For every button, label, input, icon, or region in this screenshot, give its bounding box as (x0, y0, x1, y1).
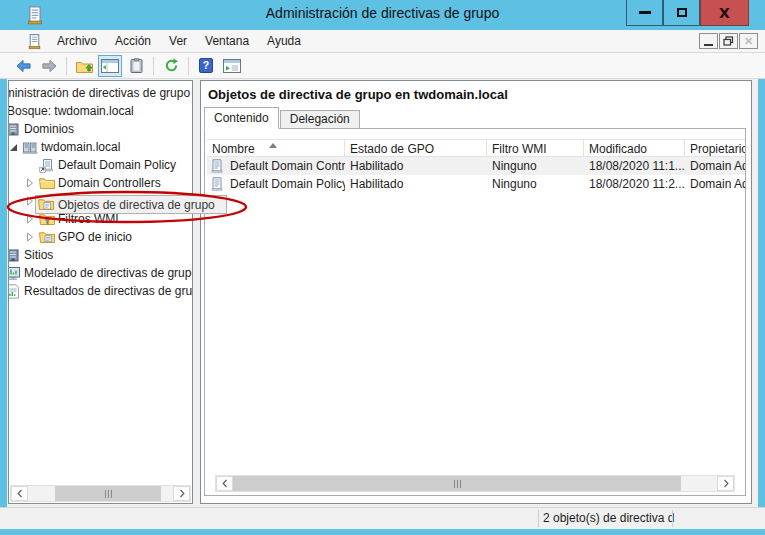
clipboard-icon (130, 58, 143, 73)
back-icon (15, 59, 32, 73)
mdi-restore-button[interactable] (719, 33, 738, 49)
tree-selected-item-label: Objetos de directiva de grupo (58, 198, 215, 212)
status-divider (538, 510, 539, 527)
up-one-level-button[interactable] (72, 55, 96, 77)
gpmc-window: Administración de directivas de grupo X … (0, 0, 765, 535)
menu-archivo[interactable]: Archivo (48, 30, 106, 52)
tab-content-contenido: Nombre Estado de GPO Filtro WMI Modifica… (204, 128, 746, 496)
tree-selected-item-objetos-gpo[interactable]: Objetos de directiva de grupo (35, 195, 227, 214)
chevron-right-icon (723, 479, 729, 488)
scroll-right-button[interactable] (173, 486, 190, 501)
minimize-button[interactable] (626, 0, 663, 26)
tree-item-dominios[interactable]: Dominios (8, 120, 192, 138)
column-header-nombre[interactable]: Nombre (207, 140, 345, 156)
menubar: Archivo Acción Ver Ventana Ayuda ✕ (0, 30, 765, 53)
tree-item-resultados[interactable]: Resultados de directivas de grupo (8, 282, 192, 300)
results-pane: Objetos de directiva de grupo en twdomai… (200, 80, 752, 504)
forward-icon (41, 59, 58, 73)
chevron-left-icon (222, 479, 228, 488)
paste-button[interactable] (124, 55, 148, 77)
scroll-right-button[interactable] (717, 476, 734, 491)
forward-button[interactable] (37, 55, 61, 77)
collapsed-arrow-icon[interactable] (26, 178, 39, 188)
collapsed-arrow-icon[interactable] (26, 232, 39, 242)
console-tree-icon (101, 59, 119, 73)
tree-item-twdomain[interactable]: twdomain.local (9, 138, 192, 156)
mdi-close-button[interactable]: ✕ (739, 33, 758, 49)
menu-accion[interactable]: Acción (106, 30, 160, 52)
chevron-left-icon (17, 489, 23, 498)
tree-item-modelado[interactable]: Modelado de directivas de grupo (8, 264, 192, 282)
gpo-icon (210, 177, 224, 191)
column-header-estado[interactable]: Estado de GPO (345, 140, 487, 156)
tab-contenido[interactable]: Contenido (204, 107, 279, 129)
close-icon: X (719, 6, 730, 20)
toolbar-separator (153, 57, 154, 75)
tree-item-domain-controllers[interactable]: Domain Controllers (26, 174, 192, 192)
folder-up-icon (76, 59, 93, 73)
sort-ascending-icon (269, 143, 277, 148)
tree-horizontal-scrollbar[interactable] (10, 485, 191, 502)
tree-item-gpo-de-inicio[interactable]: GPO de inicio (26, 228, 192, 246)
toolbar-separator (66, 57, 67, 75)
titlebar[interactable]: Administración de directivas de grupo X (0, 0, 765, 30)
column-header-propietario[interactable]: Propietario (685, 140, 746, 156)
menu-ayuda[interactable]: Ayuda (258, 30, 310, 52)
scroll-thumb[interactable] (55, 486, 161, 501)
table-row[interactable]: Default Domain Contro... Habilitado Ning… (207, 157, 745, 175)
column-header-filtro-wmi[interactable]: Filtro WMI (487, 140, 584, 156)
console-tree-panel: Administración de directivas de grupo Bo… (8, 80, 193, 504)
menu-ventana[interactable]: Ventana (196, 30, 258, 52)
results-pane-title: Objetos de directiva de grupo en twdomai… (208, 87, 508, 102)
refresh-button[interactable] (159, 55, 183, 77)
show-console-tree-button[interactable] (98, 55, 122, 77)
tab-delegacion[interactable]: Delegación (280, 110, 360, 129)
tree-item-default-domain-policy[interactable]: Default Domain Policy (26, 156, 192, 174)
grip-icon (454, 480, 461, 488)
tree-item-root[interactable]: Administración de directivas de grupo (8, 84, 192, 102)
collapsed-arrow-icon[interactable] (26, 214, 39, 224)
mdi-close-icon: ✕ (744, 36, 753, 47)
results-icon (8, 284, 21, 299)
status-text: 2 objeto(s) de directiva d (543, 511, 674, 525)
expanded-arrow-icon[interactable] (9, 143, 22, 152)
minimize-icon (639, 11, 651, 14)
help-icon: ? (199, 58, 213, 73)
list-horizontal-scrollbar[interactable] (215, 475, 735, 492)
domains-icon (8, 122, 21, 137)
gpo-link-icon (39, 158, 55, 173)
sites-icon (8, 248, 21, 263)
svg-text:?: ? (203, 59, 209, 71)
tree-item-forest[interactable]: Bosque: twdomain.local (8, 102, 192, 120)
modeling-icon (8, 266, 21, 281)
folder-icon (39, 176, 55, 191)
tree-item-sitios[interactable]: Sitios (8, 246, 192, 264)
scroll-thumb[interactable] (233, 476, 681, 491)
chevron-right-icon (179, 489, 185, 498)
gpo-list: Nombre Estado de GPO Filtro WMI Modifica… (207, 139, 745, 193)
scroll-left-button[interactable] (11, 486, 28, 501)
gpo-folder-icon (38, 197, 54, 212)
tab-strip: Contenido Delegación (204, 107, 361, 129)
toolbar: ? (0, 53, 765, 79)
scroll-left-button[interactable] (216, 476, 233, 491)
maximize-button[interactable] (663, 0, 700, 26)
console-icon (27, 33, 42, 50)
close-button[interactable]: X (700, 0, 749, 26)
column-header-modificado[interactable]: Modificado (584, 140, 685, 156)
grip-icon (105, 490, 112, 498)
starter-gpo-folder-icon (39, 230, 55, 245)
mdi-minimize-button[interactable] (699, 33, 718, 49)
maximize-icon (677, 8, 687, 17)
refresh-icon (164, 58, 179, 73)
status-divider (672, 510, 673, 527)
mdi-minimize-icon (704, 44, 713, 46)
domain-icon (22, 140, 38, 155)
back-button[interactable] (11, 55, 35, 77)
table-row[interactable]: Default Domain Policy Habilitado Ninguno… (207, 175, 745, 193)
menu-ver[interactable]: Ver (160, 30, 196, 52)
gpo-list-header: Nombre Estado de GPO Filtro WMI Modifica… (207, 139, 745, 157)
help-button[interactable]: ? (194, 55, 218, 77)
mdi-restore-icon (723, 36, 734, 46)
export-list-button[interactable] (220, 55, 244, 77)
